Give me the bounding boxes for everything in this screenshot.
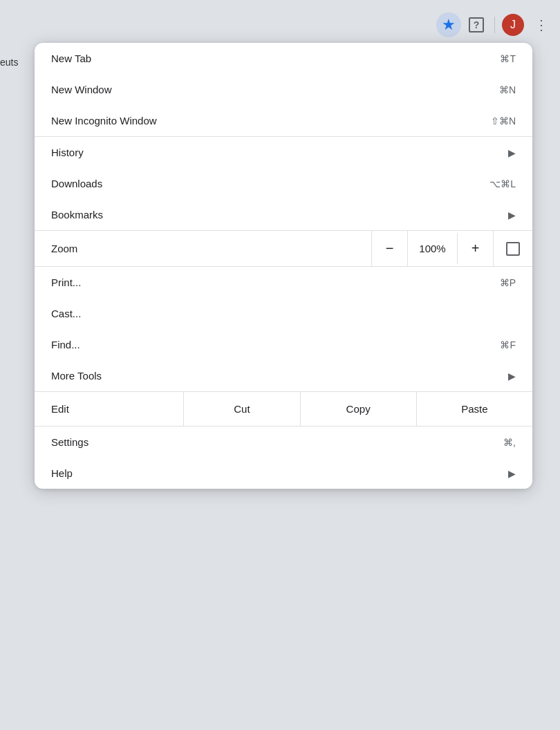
menu-item-more-tools[interactable]: More Tools ▶ [35, 360, 532, 391]
menu-section-settings: Settings ⌘, Help ▶ [35, 427, 532, 489]
cut-button[interactable]: Cut [184, 392, 300, 426]
more-tools-label: More Tools [51, 370, 102, 382]
find-label: Find... [51, 339, 80, 350]
menu-item-bookmarks[interactable]: Bookmarks ▶ [35, 199, 532, 230]
help-arrow: ▶ [508, 468, 516, 479]
print-shortcut: ⌘P [500, 277, 516, 288]
downloads-shortcut: ⌥⌘L [489, 178, 516, 189]
toolbar-divider [494, 17, 495, 33]
incognito-shortcut: ⇧⌘N [491, 115, 516, 127]
new-tab-label: New Tab [51, 53, 91, 64]
settings-label: Settings [51, 436, 88, 448]
history-label: History [51, 147, 84, 158]
avatar-button[interactable]: J [501, 12, 525, 37]
zoom-controls: − 100% + [371, 231, 532, 266]
downloads-label: Downloads [51, 178, 102, 189]
zoom-plus-button[interactable]: + [458, 231, 494, 266]
find-shortcut: ⌘F [500, 339, 516, 350]
menu-item-settings[interactable]: Settings ⌘, [35, 427, 532, 458]
paste-button[interactable]: Paste [417, 392, 532, 426]
menu-item-cast[interactable]: Cast... [35, 298, 532, 329]
fullscreen-button[interactable] [494, 232, 532, 265]
menu-section-tools: Print... ⌘P Cast... Find... ⌘F More Tool… [35, 267, 532, 392]
three-dots-icon: ⋮ [534, 17, 548, 33]
side-text-left: euts [0, 57, 35, 68]
chrome-menu: New Tab ⌘T New Window ⌘N New Incognito W… [35, 43, 532, 489]
cast-label: Cast... [51, 308, 81, 319]
menu-section-new: New Tab ⌘T New Window ⌘N New Incognito W… [35, 43, 532, 137]
zoom-label[interactable]: Zoom [35, 231, 371, 266]
zoom-value[interactable]: 100% [408, 233, 458, 264]
history-arrow: ▶ [508, 147, 516, 158]
bookmarks-label: Bookmarks [51, 209, 103, 221]
help-label: Help [51, 467, 73, 479]
bookmarks-arrow: ▶ [508, 209, 516, 221]
fullscreen-icon [506, 242, 520, 256]
three-dots-button[interactable]: ⋮ [528, 12, 553, 37]
menu-item-new-tab[interactable]: New Tab ⌘T [35, 43, 532, 74]
menu-item-find[interactable]: Find... ⌘F [35, 329, 532, 360]
new-window-shortcut: ⌘N [499, 84, 516, 95]
menu-item-new-window[interactable]: New Window ⌘N [35, 74, 532, 105]
menu-item-history[interactable]: History ▶ [35, 137, 532, 168]
incognito-label: New Incognito Window [51, 115, 157, 127]
copy-button[interactable]: Copy [301, 392, 417, 426]
settings-shortcut: ⌘, [503, 437, 516, 448]
menu-item-print[interactable]: Print... ⌘P [35, 267, 532, 298]
new-window-label: New Window [51, 84, 112, 95]
question-icon: ? [469, 17, 484, 32]
menu-item-help[interactable]: Help ▶ [35, 458, 532, 489]
zoom-minus-button[interactable]: − [372, 231, 408, 266]
star-icon: ★ [442, 16, 456, 34]
zoom-row: Zoom − 100% + [35, 231, 532, 267]
help-button[interactable]: ? [464, 12, 489, 37]
more-tools-arrow: ▶ [508, 371, 516, 382]
edit-label: Edit [35, 392, 184, 426]
menu-item-incognito[interactable]: New Incognito Window ⇧⌘N [35, 105, 532, 136]
menu-section-nav: History ▶ Downloads ⌥⌘L Bookmarks ▶ [35, 137, 532, 231]
edit-row: Edit Cut Copy Paste [35, 392, 532, 427]
menu-item-downloads[interactable]: Downloads ⌥⌘L [35, 168, 532, 199]
print-label: Print... [51, 277, 81, 288]
new-tab-shortcut: ⌘T [500, 53, 516, 64]
bookmark-button[interactable]: ★ [436, 12, 461, 37]
avatar: J [502, 14, 524, 36]
